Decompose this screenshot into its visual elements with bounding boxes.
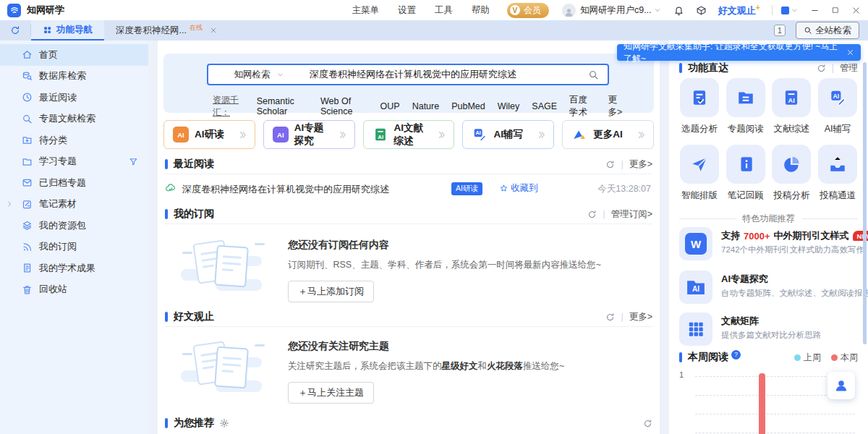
search-icon — [804, 26, 812, 35]
message-box-icon[interactable] — [696, 5, 707, 16]
manage-subscriptions-link[interactable]: 管理订阅> — [611, 208, 652, 221]
grid-icon — [43, 25, 52, 35]
feature-ai-topic-explore[interactable]: AI专题探究 自动专题矩阵、文献综述、文献阅读报告 — [679, 271, 862, 304]
qa-smart-typesetting[interactable]: 智能排版 — [676, 145, 723, 202]
sidebar-item-note-material[interactable]: 笔记素材 — [0, 194, 148, 216]
sidebar-item-study-topics[interactable]: 学习专题 — [0, 151, 148, 173]
refresh-icon[interactable] — [587, 210, 597, 219]
source-sage[interactable]: SAGE — [532, 101, 557, 111]
add-subscription-button[interactable]: ＋马上添加订阅 — [288, 281, 374, 302]
sidebar-item-recycle-bin[interactable]: 回收站 — [0, 279, 148, 301]
refresh-page-icon[interactable] — [0, 25, 30, 35]
gear-icon[interactable] — [219, 418, 229, 428]
feature-citation-styles[interactable]: W 支持7000+中外期刊引文样式NEW 7242个中外期刊引文样式助力高效写作 — [679, 227, 862, 260]
search-input[interactable]: 深度卷积神经网络在计算机视觉中的应用研究综述 — [310, 68, 579, 81]
sidebar-item-unclassified[interactable]: 待分类 — [0, 129, 148, 151]
sidebar-item-archived-topics[interactable]: 已归档专题 — [0, 172, 148, 194]
sidebar-item-topic-literature-search[interactable]: 专题文献检索 — [0, 109, 148, 130]
recent-item-title[interactable]: 深度卷积神经网络在计算机视觉中的应用研究综述 — [182, 183, 389, 196]
chevron-down-icon — [276, 71, 284, 79]
sidebar-item-home[interactable]: 首页 — [0, 44, 148, 66]
promo-link[interactable]: 好文观止+ — [718, 3, 760, 17]
ai-writing-button[interactable]: AI辅写 — [462, 120, 554, 149]
section-accent-bar — [165, 418, 168, 428]
qa-literature-review[interactable]: 文献综述 — [769, 78, 815, 135]
more-link[interactable]: 更多> — [629, 158, 652, 171]
doc-ai-icon — [772, 78, 811, 117]
panel-scrollbar[interactable] — [863, 62, 867, 344]
help-icon[interactable]: ? — [731, 350, 741, 359]
divider: | — [621, 159, 623, 169]
refresh-icon[interactable] — [643, 419, 652, 428]
more-ai-button[interactable]: 更多AI — [562, 120, 654, 149]
menu-help[interactable]: 帮助 — [472, 4, 490, 17]
refresh-icon[interactable] — [605, 160, 615, 169]
recent-reading-item[interactable]: 深度卷积神经网络在计算机视觉中的应用研究综述 AI研读 收藏到 今天13:28:… — [165, 179, 652, 198]
sidebar-item-resource-pack[interactable]: 我的资源包 — [0, 215, 148, 237]
window-minimize-button[interactable] — [810, 6, 820, 15]
submit-tray-icon — [818, 145, 857, 184]
sidebar-item-subscriptions[interactable]: 我的订阅 — [0, 237, 148, 258]
window-maximize-button[interactable] — [831, 6, 840, 14]
vip-label: 会员 — [524, 4, 541, 17]
global-search-button[interactable]: 全站检索 — [796, 22, 859, 39]
theme-chevron-down-icon[interactable] — [791, 7, 799, 14]
source-web-of-science[interactable]: Web Of Science — [320, 96, 368, 116]
menu-main[interactable]: 主菜单 — [352, 4, 379, 17]
double-chevron-icon — [537, 130, 546, 140]
ai-topic-icon: AI — [273, 127, 289, 142]
source-oup[interactable]: OUP — [380, 101, 400, 111]
follow-topic-button[interactable]: ＋马上关注主题 — [288, 382, 374, 404]
assistant-banner[interactable]: 知网研学文献采集助手: 让题录和全文获取更方便! ~马上了解~ — [617, 44, 861, 61]
main-card: 知网检索 深度卷积神经网络在计算机视觉中的应用研究综述 资源千汇： Semant… — [158, 41, 660, 434]
source-nature[interactable]: Nature — [412, 101, 440, 111]
sidebar-item-recent-reading[interactable]: 最近阅读 — [0, 87, 148, 109]
ai-topic-explore-button[interactable]: AIAI专题探究 — [263, 120, 355, 149]
qa-submission-analysis[interactable]: 投稿分析 — [769, 145, 815, 202]
legend-dot-cyan — [794, 354, 801, 361]
source-semantic-scholar[interactable]: Semantic Scholar — [257, 96, 308, 116]
menu-settings[interactable]: 设置 — [398, 4, 416, 17]
tab-function-nav[interactable]: 功能导航 — [31, 20, 104, 41]
refresh-icon[interactable] — [605, 312, 615, 322]
theme-color-swatch[interactable] — [781, 7, 789, 14]
sidebar-item-database-search[interactable]: 数据库检索 — [0, 66, 148, 88]
qa-topic-analysis[interactable]: 选题分析 — [676, 78, 723, 135]
subscriptions-header: 我的订阅 |管理订阅> — [165, 206, 652, 222]
avatar[interactable] — [562, 4, 576, 17]
ai-literature-review-button[interactable]: AI文献综述 — [363, 120, 455, 149]
menu-tools[interactable]: 工具 — [435, 4, 453, 17]
qa-note-review[interactable]: 笔记回顾 — [723, 145, 769, 202]
username[interactable]: 知网研学用户c9... — [580, 4, 652, 17]
more-link[interactable]: 更多> — [629, 311, 652, 323]
search-submit-button[interactable] — [579, 69, 608, 80]
qa-submission-channel[interactable]: 投稿通道 — [814, 145, 861, 202]
expand-chevron-icon[interactable] — [6, 200, 13, 208]
tab-document[interactable]: 深度卷积神经网... 在线 — [104, 20, 229, 41]
ai-read-badge[interactable]: AI研读 — [451, 182, 482, 195]
tab-close-icon[interactable] — [210, 27, 217, 34]
source-pubmed[interactable]: PubMed — [451, 101, 485, 111]
online-badge: 在线 — [190, 23, 203, 33]
notification-bell-icon[interactable] — [673, 5, 684, 16]
feature-literature-matrix[interactable]: 文献矩阵 提供多篇文献对比分析思路 — [679, 312, 862, 346]
source-baidu-scholar[interactable]: 百度学术 — [569, 94, 595, 119]
sources-more-link[interactable]: 更多> — [608, 94, 625, 119]
source-wiley[interactable]: Wiley — [498, 101, 520, 111]
legend-last-week: 上周 — [794, 352, 821, 364]
vip-badge[interactable]: V 会员 — [507, 3, 549, 18]
search-engine-select[interactable]: 知网检索 — [208, 69, 310, 81]
sidebar-item-academic-achievements[interactable]: 我的学术成果 — [0, 258, 148, 279]
qa-ai-writing[interactable]: AI辅写 — [814, 78, 861, 135]
ai-read-button[interactable]: AIAI研读 — [163, 120, 255, 149]
window-close-button[interactable] — [851, 6, 861, 15]
filter-icon[interactable] — [129, 157, 138, 166]
section-title: 我的订阅 — [174, 208, 214, 221]
favorite-button[interactable]: 收藏到 — [499, 182, 538, 195]
qa-topic-reading[interactable]: 专题阅读 — [723, 78, 769, 135]
document-icon — [22, 263, 33, 273]
user-chevron-down-icon[interactable] — [653, 6, 662, 14]
customer-service-button[interactable] — [827, 372, 855, 399]
tab-count-badge[interactable]: 1 — [774, 25, 786, 36]
banner-close-icon[interactable] — [846, 48, 854, 56]
